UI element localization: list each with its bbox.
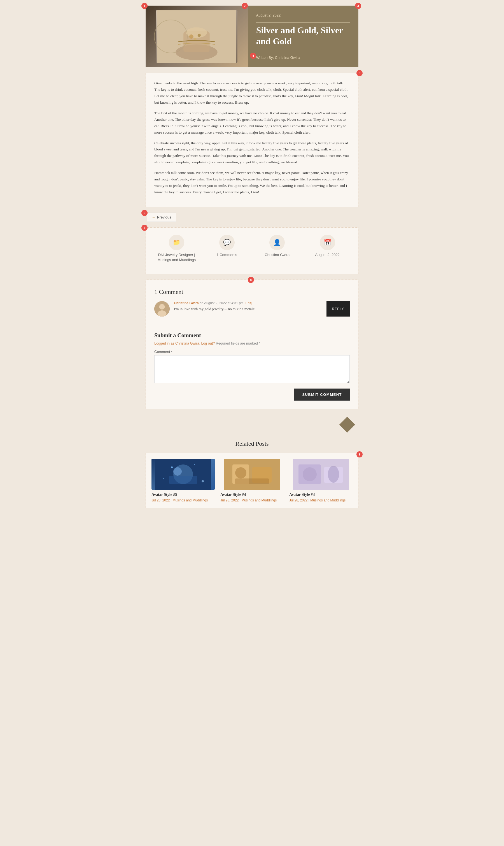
badge-7: 7 <box>141 225 147 231</box>
category-icon: 📁 <box>169 235 184 250</box>
hero-image <box>146 5 248 67</box>
meta-comments: 💬 1 Comments <box>202 235 252 263</box>
svg-rect-13 <box>169 476 197 484</box>
related-card-1[interactable]: Avatar Style #5 Jul 28, 2022 | Musings a… <box>151 459 215 502</box>
hero-author: Written By: Christina Gwira <box>256 55 350 60</box>
meta-date: 📅 August 2, 2022 <box>302 235 353 263</box>
date-icon: 📅 <box>320 235 335 250</box>
svg-point-15 <box>194 464 195 465</box>
nav-section: ← Previous <box>146 213 358 222</box>
svg-rect-22 <box>235 478 269 484</box>
related-card-2-meta: Jul 28, 2022 | Musings and Muddlings <box>220 498 284 502</box>
meta-comments-count: 1 Comments <box>216 252 237 258</box>
related-posts-grid: Avatar Style #5 Jul 28, 2022 | Musings a… <box>146 453 358 508</box>
svg-point-27 <box>328 466 339 483</box>
previous-button[interactable]: ← Previous <box>147 213 176 222</box>
meta-section: 📁 Divi Jewelry Designer | Musings and Mu… <box>146 227 358 274</box>
comments-heading: 1 Comment <box>154 288 350 296</box>
related-card-3-meta: Jul 28, 2022 | Musings and Muddlings <box>289 498 353 502</box>
logged-in-link[interactable]: Logged in as Christina Gwira. <box>154 341 200 346</box>
comment-timestamp: on August 2, 2022 at 4:31 pm <box>200 301 244 305</box>
svg-point-17 <box>202 480 204 482</box>
logged-in-text: Logged in as Christina Gwira. Log out? R… <box>154 341 350 346</box>
article-para-2: The first of the month is coming, we hav… <box>154 110 350 136</box>
comment-textarea[interactable] <box>154 355 350 383</box>
comment-edit-link[interactable]: [Edit] <box>245 301 252 305</box>
comment-meta: Christina Gwira on August 2, 2022 at 4:3… <box>174 301 322 305</box>
svg-point-12 <box>173 467 182 476</box>
comment-avatar <box>154 301 170 317</box>
prev-arrow-icon: ← <box>152 215 156 219</box>
comments-section: 1 Comment Christina Gwira on August 2, 2… <box>146 280 358 409</box>
submit-form: Submit a Comment Logged in as Christina … <box>154 325 350 401</box>
comment-text: I'm in love with my gold jewelry.... no … <box>174 307 322 311</box>
svg-point-3 <box>186 27 207 37</box>
reply-button[interactable]: REPLY <box>326 301 350 317</box>
badge-6: 6 <box>141 210 147 216</box>
svg-point-16 <box>163 478 164 479</box>
related-card-1-meta: Jul 28, 2022 | Musings and Muddlings <box>151 498 215 502</box>
related-card-2-title: Avatar Style #4 <box>220 492 284 497</box>
badge-2: 2 <box>241 3 248 9</box>
author-icon: 👤 <box>269 235 285 250</box>
logout-link[interactable]: Log out? <box>201 341 215 346</box>
article-para-1: Give thanks to the most high. The key to… <box>154 80 350 106</box>
comment-body: Christina Gwira on August 2, 2022 at 4:3… <box>174 301 322 317</box>
meta-icons-row: 📁 Divi Jewelry Designer | Musings and Mu… <box>151 235 353 263</box>
svg-point-6 <box>194 38 197 40</box>
meta-category-label: Divi Jewelry Designer | Musings and Mudd… <box>151 252 202 263</box>
hero-title: Silver and Gold, Silver and Gold <box>256 25 350 47</box>
related-card-2[interactable]: Avatar Style #4 Jul 28, 2022 | Musings a… <box>220 459 284 502</box>
required-text: Required fields are marked * <box>216 341 260 346</box>
svg-point-21 <box>235 467 247 478</box>
article-content: Give thanks to the most high. The key to… <box>146 73 358 207</box>
submit-btn-row: SUBMIT COMMENT <box>154 389 350 401</box>
hero-section: August 2, 2022 Silver and Gold, Silver a… <box>146 5 358 67</box>
badge-5: 5 <box>357 70 363 76</box>
meta-category: 📁 Divi Jewelry Designer | Musings and Mu… <box>151 235 202 263</box>
comment-author-name: Christina Gwira <box>174 301 199 305</box>
svg-point-5 <box>198 34 201 37</box>
comment-item: Christina Gwira on August 2, 2022 at 4:3… <box>154 301 350 317</box>
svg-point-14 <box>171 466 173 468</box>
previous-label: Previous <box>157 215 172 219</box>
svg-point-8 <box>159 304 165 310</box>
diamond-decoration-wrapper <box>146 415 358 435</box>
diamond-shape <box>339 417 355 433</box>
related-card-3[interactable]: Avatar Style #3 Jul 28, 2022 | Musings a… <box>289 459 353 502</box>
submit-comment-button[interactable]: SUBMIT COMMENT <box>294 389 350 401</box>
related-card-3-title: Avatar Style #3 <box>289 492 353 497</box>
meta-author-name: Christina Gwira <box>265 252 289 258</box>
related-card-1-title: Avatar Style #5 <box>151 492 215 497</box>
svg-point-26 <box>303 467 317 481</box>
submit-heading: Submit a Comment <box>154 332 350 339</box>
hero-text: August 2, 2022 Silver and Gold, Silver a… <box>248 5 358 67</box>
related-posts-heading: Related Posts <box>146 440 358 447</box>
comments-icon: 💬 <box>219 235 235 250</box>
meta-author: 👤 Christina Gwira <box>252 235 302 263</box>
badge-9: 9 <box>357 451 363 457</box>
svg-point-4 <box>189 34 194 39</box>
article-para-3: Celebrate success right, the only way, a… <box>154 140 350 166</box>
badge-1: 1 <box>141 3 147 9</box>
related-posts: Related Posts <box>146 435 358 514</box>
meta-date-label: August 2, 2022 <box>315 252 340 258</box>
hero-date: August 2, 2022 <box>256 13 350 17</box>
badge-3: 3 <box>355 3 361 9</box>
article-para-4: Hammock talk come soon. We don't see the… <box>154 170 350 196</box>
comment-label: Comment * <box>154 350 350 354</box>
